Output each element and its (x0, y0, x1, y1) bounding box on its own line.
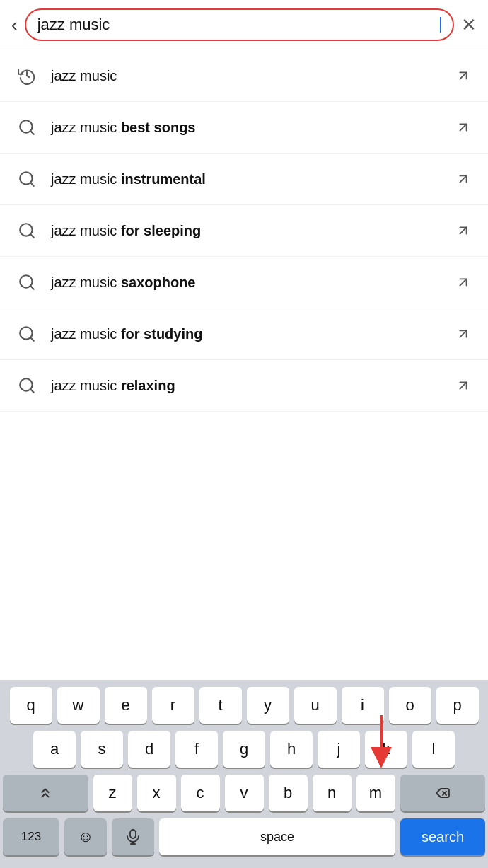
suggestion-text-7: jazz music relaxing (51, 378, 453, 394)
svg-line-7 (460, 175, 466, 182)
key-j[interactable]: j (318, 731, 360, 768)
suggestion-item-1[interactable]: jazz music (0, 50, 488, 102)
suggestion-text-6: jazz music for studying (51, 326, 453, 342)
key-l[interactable]: l (412, 731, 455, 768)
search-oval (25, 8, 454, 41)
svg-line-12 (30, 286, 34, 289)
suggestion-text-4: jazz music for sleeping (51, 223, 453, 239)
suggestion-item-3[interactable]: jazz music instrumental (0, 154, 488, 205)
fill-arrow-3 (453, 168, 474, 190)
key-f[interactable]: f (175, 731, 218, 768)
key-p[interactable]: p (436, 687, 479, 724)
search-icon-6 (14, 321, 40, 347)
key-x[interactable]: x (137, 775, 176, 811)
key-w[interactable]: w (57, 687, 100, 724)
key-n[interactable]: n (313, 775, 352, 811)
svg-line-19 (460, 382, 466, 388)
fill-arrow-5 (453, 272, 474, 293)
svg-line-9 (30, 234, 34, 238)
key-v[interactable]: v (225, 775, 264, 811)
key-k[interactable]: k (365, 731, 407, 768)
suggestion-item-5[interactable]: jazz music saxophone (0, 257, 488, 308)
key-q[interactable]: q (10, 687, 52, 724)
key-a[interactable]: a (33, 731, 76, 768)
key-e[interactable]: e (105, 687, 147, 724)
suggestions-list: jazz music jazz music best songs (0, 50, 488, 412)
svg-line-13 (460, 279, 466, 285)
svg-line-4 (460, 124, 466, 130)
svg-line-6 (30, 183, 34, 186)
search-icon-2 (14, 115, 40, 140)
keyboard-row-3: z x c v b n m (3, 775, 485, 811)
key-y[interactable]: y (247, 687, 289, 724)
search-icon-3 (14, 166, 40, 192)
history-icon (14, 63, 40, 88)
fill-arrow-4 (453, 220, 474, 241)
search-icon-7 (14, 373, 40, 398)
suggestion-item-4[interactable]: jazz music for sleeping (0, 205, 488, 257)
key-delete[interactable] (400, 775, 486, 811)
keyboard-row-1: q w e r t y u i o p (3, 687, 485, 724)
close-button[interactable]: ✕ (461, 14, 477, 36)
suggestion-item-7[interactable]: jazz music relaxing (0, 360, 488, 412)
search-icon-5 (14, 270, 40, 295)
key-c[interactable]: c (181, 775, 220, 811)
key-r[interactable]: r (152, 687, 194, 724)
key-o[interactable]: o (389, 687, 431, 724)
svg-line-1 (460, 72, 466, 79)
fill-arrow-6 (453, 323, 474, 345)
key-search[interactable]: search (400, 818, 485, 855)
keyboard: q w e r t y u i o p a s d f g h j k l z … (0, 680, 488, 868)
key-z[interactable]: z (93, 775, 132, 811)
key-space[interactable]: space (159, 818, 395, 855)
key-g[interactable]: g (223, 731, 265, 768)
svg-line-15 (30, 337, 34, 341)
search-icon-4 (14, 218, 40, 243)
search-header: ‹ ✕ (0, 0, 488, 50)
key-h[interactable]: h (270, 731, 313, 768)
suggestion-text-3: jazz music instrumental (51, 171, 453, 187)
text-cursor (440, 17, 441, 33)
key-d[interactable]: d (128, 731, 170, 768)
key-s[interactable]: s (81, 731, 123, 768)
key-m[interactable]: m (356, 775, 395, 811)
svg-line-16 (460, 330, 466, 337)
key-numbers[interactable]: 123 (3, 818, 59, 855)
key-i[interactable]: i (342, 687, 384, 724)
key-mic[interactable] (112, 818, 154, 855)
key-emoji[interactable]: ☺ (64, 818, 107, 855)
fill-arrow-1 (453, 65, 474, 86)
key-b[interactable]: b (269, 775, 308, 811)
suggestion-item-2[interactable]: jazz music best songs (0, 102, 488, 154)
suggestion-text-2: jazz music best songs (51, 120, 453, 136)
svg-rect-24 (130, 830, 136, 838)
back-button[interactable]: ‹ (11, 16, 18, 34)
svg-line-10 (460, 227, 466, 233)
search-input[interactable] (37, 16, 439, 34)
fill-arrow-7 (453, 375, 474, 396)
svg-line-18 (30, 389, 34, 393)
suggestion-text-5: jazz music saxophone (51, 274, 453, 291)
keyboard-row-4: 123 ☺ space search (3, 818, 485, 855)
fill-arrow-2 (453, 117, 474, 138)
key-u[interactable]: u (294, 687, 337, 724)
suggestion-text-1: jazz music (51, 68, 453, 84)
suggestion-item-6[interactable]: jazz music for studying (0, 308, 488, 360)
keyboard-row-2: a s d f g h j k l (3, 731, 485, 768)
search-input-wrapper (25, 8, 454, 41)
key-shift[interactable] (3, 775, 88, 811)
svg-line-3 (30, 131, 34, 134)
key-t[interactable]: t (199, 687, 242, 724)
